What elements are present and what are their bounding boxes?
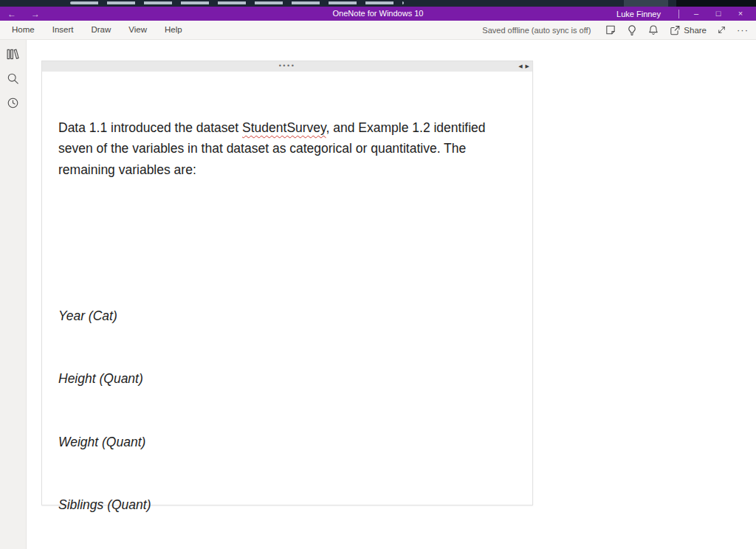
notebooks-icon (6, 47, 20, 61)
close-button[interactable]: × (729, 7, 752, 21)
variable-line: Height (Quant) (58, 368, 516, 389)
variable-list: Year (Cat) Height (Quant) Weight (Quant)… (58, 263, 516, 549)
ribbon-tabs: Home Insert Draw View Help (3, 21, 191, 39)
tab-insert[interactable]: Insert (44, 21, 83, 39)
expand-diagonal-icon (716, 24, 727, 35)
taskbar-right-area (676, 0, 756, 7)
ideas-button[interactable] (626, 24, 638, 36)
content-block-handle-bar: •••• ◀ ▶ (42, 61, 532, 72)
tab-view[interactable]: View (120, 21, 156, 39)
note-content-block: •••• ◀ ▶ Data 1.1 introduced the dataset… (41, 61, 533, 505)
notifications-button[interactable] (647, 24, 659, 36)
share-label: Share (684, 26, 707, 35)
taskbar-active-tab (624, 0, 668, 7)
block-nav-next-icon[interactable]: ▶ (526, 61, 529, 72)
account-name[interactable]: Luke Finney (616, 10, 661, 18)
titlebar-divider (678, 10, 679, 18)
tab-draw[interactable]: Draw (82, 21, 120, 39)
tab-help[interactable]: Help (156, 21, 191, 39)
maximize-button[interactable]: □ (707, 7, 729, 21)
search-icon (7, 72, 19, 85)
feed-button[interactable] (605, 24, 616, 36)
minimize-button[interactable]: – (685, 7, 707, 21)
ribbon-bar: Home Insert Draw View Help Saved offline… (0, 21, 756, 40)
note-text-body: Data 1.1 introduced the dataset StudentS… (42, 72, 532, 549)
left-sidebar (0, 40, 27, 549)
variable-line: Year (Cat) (58, 305, 516, 326)
variable-line: Weight (Quant) (58, 432, 516, 452)
search-button[interactable] (2, 66, 24, 91)
variable-line: Siblings (Quant) (58, 494, 516, 515)
app-window: ← → OneNote for Windows 10 Luke Finney –… (0, 0, 756, 549)
sync-status-label: Saved offline (auto sync is off) (482, 26, 591, 35)
recent-notes-button[interactable] (2, 91, 24, 115)
sticky-note-icon (605, 24, 616, 36)
titlebar: ← → OneNote for Windows 10 Luke Finney –… (0, 7, 756, 21)
taskbar-strip (0, 0, 756, 7)
drag-handle-dots-icon[interactable]: •••• (279, 61, 296, 71)
intro-paragraph: Data 1.1 introduced the dataset StudentS… (58, 117, 516, 180)
block-nav-prev-icon[interactable]: ◀ (518, 61, 522, 72)
intro-text-before: Data 1.1 introduced the dataset (58, 120, 242, 135)
note-canvas[interactable]: •••• ◀ ▶ Data 1.1 introduced the dataset… (27, 40, 756, 549)
notebooks-button[interactable] (2, 42, 24, 66)
bell-icon (647, 24, 659, 36)
clock-icon (7, 97, 19, 109)
lightbulb-icon (626, 24, 638, 36)
tab-home[interactable]: Home (3, 21, 44, 39)
share-button[interactable]: Share (669, 24, 707, 36)
misspelled-word: StudentSurvey (242, 120, 326, 135)
fullscreen-button[interactable] (716, 24, 727, 35)
share-icon (669, 24, 681, 36)
taskbar-tab-previews (70, 1, 404, 4)
see-more-button[interactable]: ··· (737, 21, 749, 39)
